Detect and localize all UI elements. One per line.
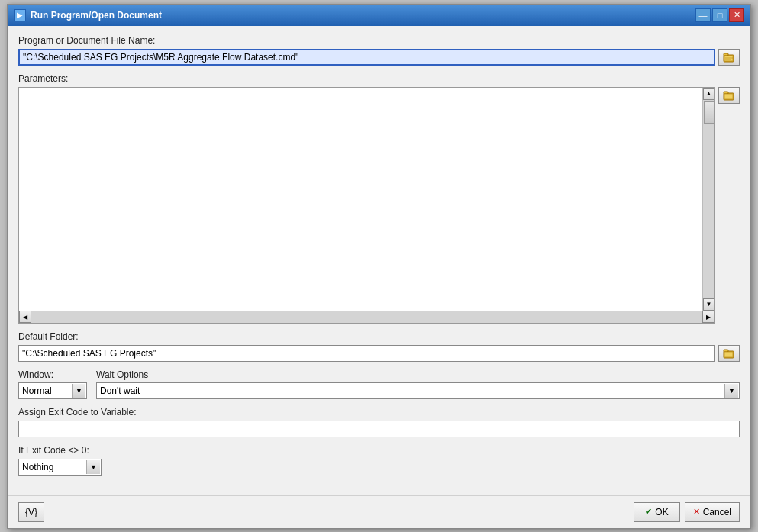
vars-label: {V} [25, 507, 37, 517]
if-exit-wrapper: Nothing Stop with error Continue ▼ [18, 459, 102, 476]
params-browse-col [718, 87, 740, 324]
dialog-content: Program or Document File Name: Parameter… [8, 26, 750, 495]
wait-select-wrapper: Don't wait Wait for completion Wait for … [96, 382, 740, 399]
run-program-dialog: ▶ Run Program/Open Document — □ ✕ Progra… [7, 4, 751, 529]
wait-select[interactable]: Don't wait Wait for completion Wait for … [96, 382, 740, 399]
ok-label: OK [655, 507, 668, 517]
dialog-title: Run Program/Open Document [31, 10, 162, 21]
cancel-x-icon: ✕ [693, 507, 700, 517]
window-label: Window: [18, 369, 87, 380]
if-exit-select[interactable]: Nothing Stop with error Continue [18, 459, 102, 476]
title-bar: ▶ Run Program/Open Document — □ ✕ [8, 5, 750, 26]
bottom-bar: {V} ✔ OK ✕ Cancel [8, 495, 750, 528]
title-controls: — □ ✕ [695, 8, 744, 22]
scroll-left-btn[interactable]: ◀ [19, 311, 31, 323]
scroll-up-btn[interactable]: ▲ [703, 88, 715, 100]
svg-rect-7 [724, 94, 733, 99]
ok-check-icon: ✔ [645, 507, 652, 517]
params-textarea[interactable] [19, 88, 702, 311]
params-inner: ▲ ▼ ◀ ▶ [19, 88, 714, 323]
scroll-right-btn[interactable]: ▶ [702, 311, 714, 323]
exit-code-label: Assign Exit Code to Variable: [18, 407, 740, 418]
wait-label: Wait Options [96, 369, 740, 380]
folder-row [18, 345, 740, 362]
params-main: ▲ ▼ [19, 88, 714, 311]
svg-rect-2 [724, 56, 733, 61]
hscroll-track [31, 311, 702, 323]
svg-rect-6 [724, 92, 728, 94]
params-label: Parameters: [18, 73, 740, 84]
exit-code-section: Assign Exit Code to Variable: [18, 407, 740, 437]
svg-rect-1 [724, 53, 728, 56]
params-browse-button[interactable] [718, 87, 740, 104]
dialog-icon: ▶ [14, 9, 26, 21]
parameters-section: Parameters: ▲ ▼ [18, 73, 740, 324]
params-folder-icon [723, 90, 735, 101]
ok-cancel-group: ✔ OK ✕ Cancel [634, 502, 740, 522]
cancel-button[interactable]: ✕ Cancel [685, 502, 740, 522]
if-exit-label: If Exit Code <> 0: [18, 445, 740, 456]
folder-section: Default Folder: [18, 331, 740, 362]
ok-button[interactable]: ✔ OK [634, 502, 679, 522]
close-button[interactable]: ✕ [729, 8, 744, 22]
if-exit-section: If Exit Code <> 0: Nothing Stop with err… [18, 445, 740, 476]
cancel-label: Cancel [703, 507, 731, 517]
params-outer: ▲ ▼ ◀ ▶ [18, 87, 715, 324]
scroll-down-btn[interactable]: ▼ [703, 298, 715, 311]
folder-browse-icon [723, 52, 735, 63]
folder-input[interactable] [18, 345, 715, 362]
file-row [18, 49, 740, 66]
svg-rect-9 [724, 350, 728, 352]
params-area-row: ▲ ▼ ◀ ▶ [18, 87, 740, 324]
window-select-wrapper: Normal Minimized Maximized Hidden ▼ [18, 382, 87, 399]
folder-icon [723, 348, 735, 359]
params-hscrollbar: ◀ ▶ [19, 311, 714, 323]
title-bar-left: ▶ Run Program/Open Document [14, 9, 162, 21]
svg-rect-10 [724, 352, 733, 357]
exit-code-input[interactable] [18, 421, 740, 437]
minimize-button[interactable]: — [695, 8, 711, 22]
scroll-thumb[interactable] [704, 101, 714, 124]
wait-group: Wait Options Don't wait Wait for complet… [96, 369, 740, 399]
scroll-track [703, 100, 715, 298]
folder-browse-button[interactable] [718, 345, 740, 362]
file-label: Program or Document File Name: [18, 35, 740, 46]
window-wait-row: Window: Normal Minimized Maximized Hidde… [18, 369, 740, 399]
maximize-button[interactable]: □ [712, 8, 727, 22]
window-select[interactable]: Normal Minimized Maximized Hidden [18, 382, 87, 399]
params-vscrollbar: ▲ ▼ [702, 88, 714, 311]
file-browse-button[interactable] [718, 49, 740, 66]
window-group: Window: Normal Minimized Maximized Hidde… [18, 369, 87, 399]
folder-label: Default Folder: [18, 331, 740, 342]
vars-button[interactable]: {V} [18, 502, 44, 522]
file-input[interactable] [18, 49, 715, 66]
